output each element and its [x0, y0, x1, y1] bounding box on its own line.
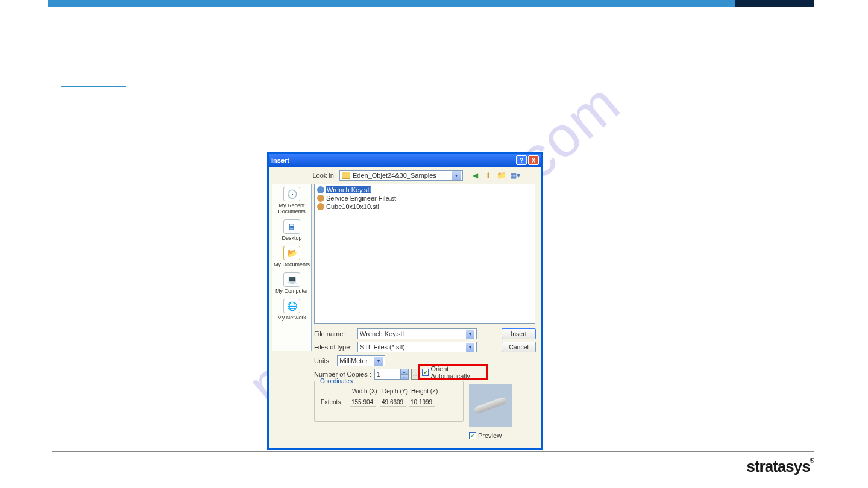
copies-spinner[interactable]: ▴ ▾	[400, 369, 409, 380]
titlebar: Insert ? X	[269, 154, 541, 167]
depth-header: Depth (Y)	[382, 388, 408, 395]
places-mycomp[interactable]: 💻 My Computer	[272, 272, 311, 294]
view-menu-icon[interactable]: ▦▾	[510, 170, 520, 180]
file-list[interactable]: Wrench Key.stl Service Engineer File.stl…	[314, 184, 535, 324]
filetype-label: Files of type:	[314, 343, 357, 351]
preview-thumbnail	[469, 384, 512, 427]
chevron-down-icon[interactable]: ▾	[466, 330, 474, 339]
orient-auto-checkbox[interactable]: ✔	[422, 369, 429, 376]
chevron-down-icon[interactable]: ▾	[374, 357, 383, 366]
header-bar-dark	[735, 0, 814, 7]
insert-dialog: Insert ? X Look in: Eden_Objet24&30_Samp…	[267, 152, 543, 450]
close-button[interactable]: X	[528, 155, 539, 165]
copies-label: Number of Copies :	[314, 371, 371, 378]
height-value: 10.1999	[409, 398, 435, 407]
places-mynet[interactable]: 🌐 My Network	[272, 299, 311, 321]
cancel-button[interactable]: Cancel	[502, 342, 536, 352]
preview-label: Preview	[478, 432, 502, 439]
look-in-select[interactable]: Eden_Objet24&30_Samples ▾	[339, 170, 463, 181]
depth-value: 49.6609	[380, 398, 406, 407]
recent-icon: 🕓	[283, 187, 300, 201]
file-icon	[317, 195, 324, 202]
file-icon	[317, 203, 324, 210]
places-desktop[interactable]: 🖥 Desktop	[272, 219, 311, 241]
folder-icon	[342, 172, 350, 179]
back-icon[interactable]: ◀	[470, 170, 480, 180]
units-select[interactable]: MilliMeter ▾	[337, 355, 385, 366]
computer-icon: 💻	[283, 272, 300, 287]
copies-input[interactable]: 1	[374, 369, 401, 380]
preview-checkbox[interactable]: ✔	[469, 432, 476, 439]
units-label: Units:	[314, 357, 331, 364]
chevron-down-icon[interactable]: ▾	[452, 171, 461, 180]
coordinates-title: Coordinates	[318, 378, 354, 384]
filename-label: File name:	[314, 330, 357, 337]
coordinates-group: Coordinates Width (X) Depth (Y) Height (…	[314, 381, 464, 422]
footer-divider	[52, 451, 814, 452]
network-icon: 🌐	[283, 299, 300, 313]
file-item[interactable]: Service Engineer File.stl	[316, 194, 533, 202]
spin-up-icon[interactable]: ▴	[400, 369, 409, 374]
spin-down-icon[interactable]: ▾	[400, 374, 409, 380]
file-icon	[317, 186, 324, 193]
filename-input[interactable]: Wrench Key.stl ▾	[357, 328, 477, 339]
look-in-label: Look in:	[310, 172, 336, 179]
dialog-body: Look in: Eden_Objet24&30_Samples ▾ ◀ ⬆ 📁…	[269, 167, 541, 448]
up-folder-icon[interactable]: ⬆	[483, 170, 493, 180]
chevron-down-icon[interactable]: ▾	[466, 343, 474, 352]
desktop-icon: 🖥	[283, 219, 300, 234]
width-value: 155.904	[350, 398, 376, 407]
width-header: Width (X)	[352, 388, 377, 395]
look-in-value: Eden_Objet24&30_Samples	[353, 172, 436, 179]
orient-auto-label: Orient Automatically	[430, 365, 486, 380]
places-recent[interactable]: 🕓 My Recent Documents	[272, 187, 311, 214]
file-item[interactable]: Cube10x10x10.stl	[316, 202, 533, 211]
help-button[interactable]: ?	[516, 155, 527, 165]
stratasys-logo: stratasys®	[746, 457, 814, 476]
heading-underline	[61, 86, 126, 87]
extents-label: Extents	[321, 399, 341, 405]
places-bar: 🕓 My Recent Documents 🖥 Desktop 📂 My Doc…	[272, 184, 312, 351]
new-folder-icon[interactable]: 📁	[497, 170, 506, 180]
filetype-select[interactable]: STL Files (*.stl) ▾	[357, 342, 477, 352]
file-item[interactable]: Wrench Key.stl	[316, 186, 533, 194]
wrench-icon	[474, 396, 508, 414]
documents-icon: 📂	[283, 246, 300, 260]
dialog-title: Insert	[271, 157, 289, 164]
orient-auto-highlight: ✔ Orient Automatically	[418, 364, 488, 380]
places-mydocs[interactable]: 📂 My Documents	[272, 246, 311, 267]
insert-button[interactable]: Insert	[502, 328, 536, 339]
header-bar	[48, 0, 814, 7]
height-header: Height (Z)	[411, 388, 438, 395]
